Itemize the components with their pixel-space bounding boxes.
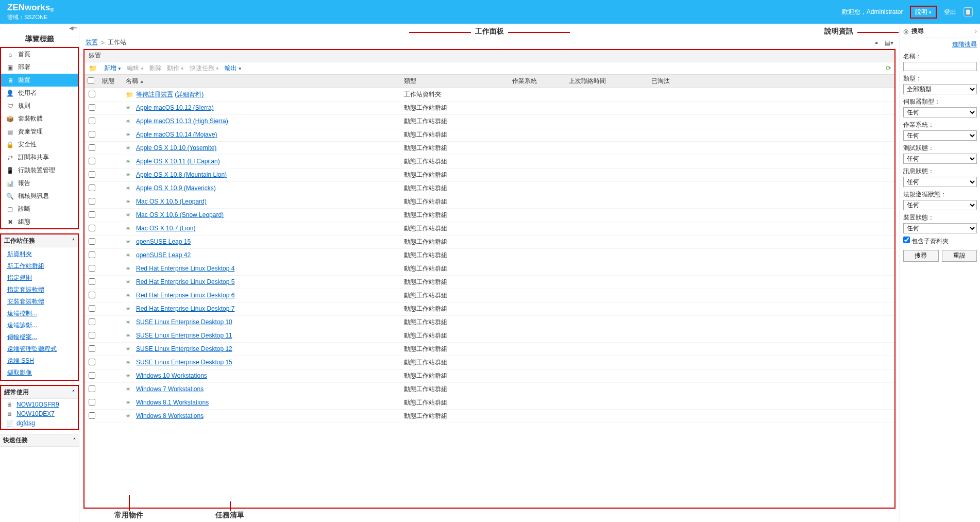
row-checkbox[interactable] xyxy=(89,318,95,325)
row-checkbox[interactable] xyxy=(89,265,95,272)
row-name-link[interactable]: SUSE Linux Enterprise Desktop 12 xyxy=(136,345,232,352)
row-name-link[interactable]: SUSE Linux Enterprise Desktop 15 xyxy=(136,359,232,366)
task-item[interactable]: 遠端管理監聽程式 xyxy=(1,343,78,355)
nav-item-規則[interactable]: 🛡規則 xyxy=(1,99,78,112)
row-checkbox[interactable] xyxy=(89,278,95,285)
row-name-link[interactable]: Red Hat Enterprise Linux Desktop 4 xyxy=(136,265,234,272)
include-sub-checkbox[interactable] xyxy=(903,237,910,243)
row-name-link[interactable]: Mac OS X 10.6 (Snow Leopard) xyxy=(136,211,224,218)
collapse-search-icon[interactable]: › xyxy=(975,28,977,35)
nav-item-套裝軟體[interactable]: 📦套裝軟體 xyxy=(1,112,78,125)
task-item[interactable]: 新工作站群組 xyxy=(1,260,78,272)
row-checkbox[interactable] xyxy=(89,385,95,392)
row-name-link[interactable]: Windows 8.1 Workstations xyxy=(136,399,209,406)
task-item[interactable]: 擷取影像 xyxy=(1,367,78,379)
freq-item[interactable]: 🖥NOW10DEX7 xyxy=(1,409,78,418)
view-menu-icon[interactable]: ▤▾ xyxy=(885,39,893,46)
row-name-link[interactable]: Apple OS X 10.10 (Yosemite) xyxy=(136,144,216,151)
row-detail-link[interactable]: (詳細資料) xyxy=(175,91,204,98)
row-checkbox[interactable] xyxy=(89,332,95,339)
row-checkbox[interactable] xyxy=(89,144,95,151)
search-test-status-select[interactable]: 任何 xyxy=(903,154,977,164)
row-name-link[interactable]: Red Hat Enterprise Linux Desktop 6 xyxy=(136,292,234,299)
col-os[interactable]: 作業系統 xyxy=(509,75,566,88)
logout-link[interactable]: 登出 xyxy=(944,8,956,16)
row-checkbox[interactable] xyxy=(89,292,95,298)
col-name[interactable]: 名稱▲ xyxy=(123,75,401,88)
row-name-link[interactable]: Apple macOS 10.13 (High Sierra) xyxy=(136,117,228,125)
include-sub-checkbox-label[interactable]: 包含子資料夾 xyxy=(903,238,949,245)
refresh-icon[interactable]: ⟳ xyxy=(886,64,891,72)
row-checkbox[interactable] xyxy=(89,225,95,231)
col-status[interactable]: 狀態 xyxy=(99,75,123,88)
row-checkbox[interactable] xyxy=(89,412,95,419)
nav-item-行動裝置管理[interactable]: 📱行動裝置管理 xyxy=(1,164,78,177)
row-name-link[interactable]: Windows 7 Workstations xyxy=(136,385,204,393)
search-server-type-select[interactable]: 任何 xyxy=(903,107,977,117)
row-checkbox[interactable] xyxy=(89,372,95,379)
row-name-link[interactable]: Windows 8 Workstations xyxy=(136,412,204,419)
col-last[interactable]: 上次聯絡時間 xyxy=(566,75,648,88)
row-name-link[interactable]: Apple macOS 10.14 (Mojave) xyxy=(136,131,217,138)
caret-up-icon[interactable]: ˄ xyxy=(72,238,75,244)
row-checkbox[interactable] xyxy=(89,158,95,164)
nav-item-首頁[interactable]: ⌂首頁 xyxy=(1,48,78,61)
row-checkbox[interactable] xyxy=(89,117,95,124)
caret-up-icon[interactable]: ˄ xyxy=(73,437,76,443)
nav-item-裝置[interactable]: 🖥裝置 xyxy=(1,74,78,87)
col-type[interactable]: 類型 xyxy=(401,75,509,88)
tb-new[interactable]: 新增▼ xyxy=(104,64,122,73)
task-item[interactable]: 傳輸檔案... xyxy=(1,331,78,343)
row-name-link[interactable]: openSUSE Leap 15 xyxy=(136,238,191,245)
search-name-input[interactable] xyxy=(903,62,977,71)
breadcrumb-root[interactable]: 裝置 xyxy=(86,38,98,47)
collapse-sidebar-icon[interactable]: ◀━ xyxy=(0,25,79,31)
nav-item-安全性[interactable]: 🔒安全性 xyxy=(1,138,78,151)
nav-item-稽核與訊息[interactable]: 🔍稽核與訊息 xyxy=(1,190,78,203)
task-item[interactable]: 遠端控制... xyxy=(1,308,78,319)
tb-action[interactable]: 動作▼ xyxy=(167,64,184,73)
clipboard-icon[interactable]: 📋 xyxy=(964,7,973,16)
folder-up-icon[interactable]: 📁 xyxy=(89,64,97,72)
nav-item-使用者[interactable]: 👤使用者 xyxy=(1,87,78,99)
task-item[interactable]: 指定套裝軟體 xyxy=(1,284,78,296)
row-checkbox[interactable] xyxy=(89,131,95,138)
view-link-icon[interactable]: ⚭ xyxy=(874,39,879,46)
row-name-link[interactable]: 等待註冊裝置 xyxy=(136,91,173,98)
row-name-link[interactable]: Mac OS X 10.7 (Lion) xyxy=(136,225,195,232)
search-compliance-select[interactable]: 任何 xyxy=(903,200,977,210)
nav-item-組態[interactable]: ✖組態 xyxy=(1,215,78,228)
row-name-link[interactable]: Apple OS X 10.11 (El Capitan) xyxy=(136,158,220,165)
tb-delete[interactable]: 刪除 xyxy=(149,64,162,73)
task-item[interactable]: 新資料夾 xyxy=(1,248,78,260)
row-checkbox[interactable] xyxy=(89,399,95,406)
search-os-select[interactable]: 任何 xyxy=(903,130,977,141)
nav-item-診斷[interactable]: ▢診斷 xyxy=(1,203,78,215)
row-checkbox[interactable] xyxy=(89,305,95,312)
task-item[interactable]: 遠端診斷... xyxy=(1,319,78,331)
freq-item[interactable]: 📄dgfdsg xyxy=(1,418,78,428)
row-checkbox[interactable] xyxy=(89,91,95,97)
task-item[interactable]: 遠端 SSH xyxy=(1,355,78,367)
freq-item[interactable]: 🖥NOW10OSFR9 xyxy=(1,400,78,409)
row-name-link[interactable]: Apple OS X 10.9 (Mavericks) xyxy=(136,184,216,192)
row-checkbox[interactable] xyxy=(89,345,95,352)
caret-up-icon[interactable]: ˄ xyxy=(72,390,75,395)
row-checkbox[interactable] xyxy=(89,171,95,178)
nav-item-訂閱和共享[interactable]: ⇄訂閱和共享 xyxy=(1,151,78,164)
select-all-checkbox[interactable] xyxy=(88,77,94,84)
row-name-link[interactable]: Apple macOS 10.12 (Sierra) xyxy=(136,104,214,111)
tb-export[interactable]: 輸出▼ xyxy=(225,64,242,73)
row-checkbox[interactable] xyxy=(89,104,95,111)
row-name-link[interactable]: Red Hat Enterprise Linux Desktop 5 xyxy=(136,278,234,285)
search-dev-status-select[interactable]: 任何 xyxy=(903,223,977,233)
row-name-link[interactable]: Apple OS X 10.8 (Mountain Lion) xyxy=(136,171,227,178)
row-name-link[interactable]: Windows 10 Workstations xyxy=(136,372,207,379)
search-button[interactable]: 搜尋 xyxy=(903,250,939,262)
user-link[interactable]: Administrator xyxy=(867,8,903,15)
nav-item-資產管理[interactable]: ▤資產管理 xyxy=(1,125,78,138)
row-name-link[interactable]: Red Hat Enterprise Linux Desktop 7 xyxy=(136,305,234,312)
search-msg-status-select[interactable]: 任何 xyxy=(903,177,977,187)
row-checkbox[interactable] xyxy=(89,198,95,205)
row-checkbox[interactable] xyxy=(89,184,95,191)
